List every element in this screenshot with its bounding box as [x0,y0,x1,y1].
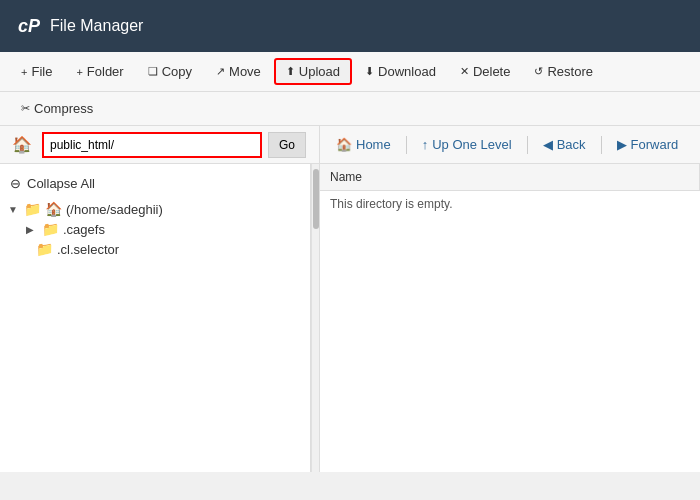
path-input[interactable] [42,132,262,158]
empty-dir-message: This directory is empty. [320,191,700,218]
cpanel-logo: cP [18,16,40,37]
download-icon: ⬇ [365,65,374,78]
go-button[interactable]: Go [268,132,306,158]
collapse-icon: ⊖ [10,176,21,191]
home-nav-label: Home [356,137,391,152]
delete-button-label: Delete [473,64,511,79]
column-name-header: Name [320,164,700,191]
delete-icon: ✕ [460,65,469,78]
delete-button[interactable]: ✕ Delete [449,59,522,84]
up-one-level-label: Up One Level [432,137,512,152]
toolbar-row1: + File + Folder ❏ Copy ↗ Move ⬆ Upload ⬇… [0,52,700,92]
upload-button[interactable]: ⬆ Upload [274,58,352,85]
sidebar-scrollbar-thumb [313,169,319,229]
download-button[interactable]: ⬇ Download [354,59,447,84]
path-bar: 🏠 Go 🏠 Home ↑ Up One Level ◀ Back ▶ Forw… [0,126,700,164]
file-button[interactable]: + File [10,59,63,84]
compress-icon: ✂ [21,102,30,115]
plus-icon-folder: + [76,66,82,78]
nav-divider-2 [527,136,528,154]
folder-button[interactable]: + Folder [65,59,134,84]
copy-icon: ❏ [148,65,158,78]
nav-divider-1 [406,136,407,154]
home-nav-button[interactable]: 🏠 Home [328,134,399,155]
tree-expand-root: ▼ [8,204,20,215]
up-icon: ↑ [422,137,429,152]
empty-dir-row: This directory is empty. [320,191,700,218]
move-button-label: Move [229,64,261,79]
forward-button[interactable]: ▶ Forward [609,134,687,155]
tree-label-cl-selector: .cl.selector [57,242,119,257]
compress-button-label: Compress [34,101,93,116]
plus-icon: + [21,66,27,78]
compress-button[interactable]: ✂ Compress [10,96,104,121]
folder-button-label: Folder [87,64,124,79]
toolbar-row2: ✂ Compress [0,92,700,126]
file-table: Name This directory is empty. [320,164,700,217]
home-icon-button[interactable]: 🏠 [8,133,36,156]
tree-label-root: (/home/sadeghii) [66,202,163,217]
sidebar-scrollbar[interactable] [311,164,319,472]
folder-icon-cagefs: 📁 [42,221,59,237]
tree-expand-cagefs: ▶ [26,224,38,235]
tree-item-cagefs[interactable]: ▶ 📁 .cagefs [24,219,304,239]
app-title: File Manager [50,17,143,35]
file-tree-sidebar: ⊖ Collapse All ▼ 📁 🏠 (/home/sadeghii) ▶ … [0,164,311,472]
file-table-header-row: Name [320,164,700,191]
restore-button[interactable]: ↺ Restore [523,59,604,84]
logo-area: cP File Manager [18,16,143,37]
file-button-label: File [31,64,52,79]
nav-divider-3 [601,136,602,154]
back-icon: ◀ [543,137,553,152]
move-button[interactable]: ↗ Move [205,59,272,84]
file-panel: Name This directory is empty. [320,164,700,472]
restore-icon: ↺ [534,65,543,78]
move-icon: ↗ [216,65,225,78]
tree-children-root: ▶ 📁 .cagefs 📁 .cl.selector [6,219,304,259]
restore-button-label: Restore [547,64,593,79]
forward-label: Forward [631,137,679,152]
forward-icon: ▶ [617,137,627,152]
upload-icon: ⬆ [286,65,295,78]
collapse-all-row[interactable]: ⊖ Collapse All [6,172,304,199]
back-label: Back [557,137,586,152]
tree-label-cagefs: .cagefs [63,222,105,237]
upload-button-label: Upload [299,64,340,79]
copy-button-label: Copy [162,64,192,79]
folder-icon-root: 📁 [24,201,41,217]
app-header: cP File Manager [0,0,700,52]
tree-item-cl-selector[interactable]: 📁 .cl.selector [24,239,304,259]
home-folder-icon-root: 🏠 [45,201,62,217]
home-nav-icon: 🏠 [336,137,352,152]
collapse-all-label: Collapse All [27,176,95,191]
copy-button[interactable]: ❏ Copy [137,59,203,84]
up-one-level-button[interactable]: ↑ Up One Level [414,134,520,155]
download-button-label: Download [378,64,436,79]
path-left-section: 🏠 Go [0,126,320,163]
main-content: ⊖ Collapse All ▼ 📁 🏠 (/home/sadeghii) ▶ … [0,164,700,472]
back-button[interactable]: ◀ Back [535,134,594,155]
tree-item-root[interactable]: ▼ 📁 🏠 (/home/sadeghii) [6,199,304,219]
path-right-section: 🏠 Home ↑ Up One Level ◀ Back ▶ Forward [320,126,700,163]
folder-icon-cl-selector: 📁 [36,241,53,257]
